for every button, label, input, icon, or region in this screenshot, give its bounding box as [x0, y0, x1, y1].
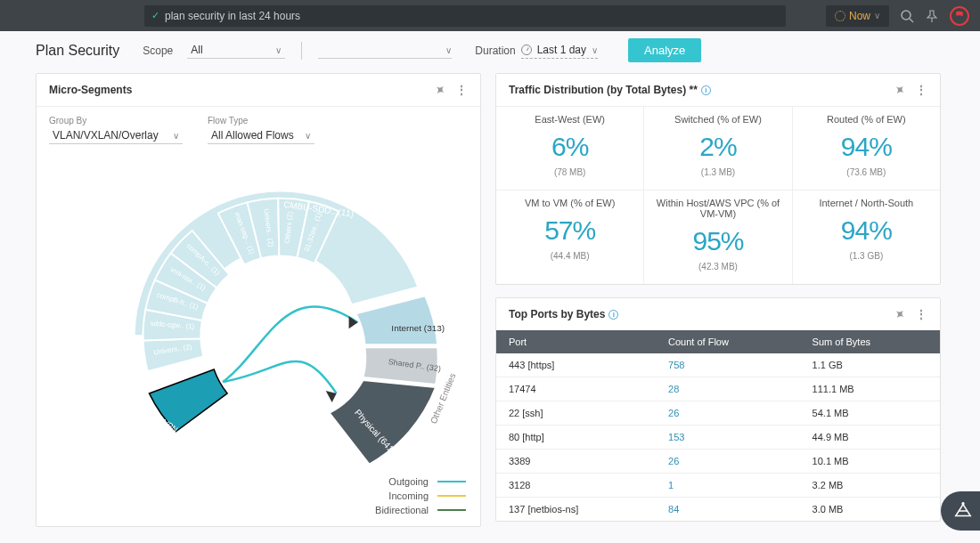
- bytes-cell: 3.0 MB: [800, 498, 940, 522]
- svg-line-1: [910, 19, 913, 22]
- group-by-label: Group By: [49, 116, 183, 126]
- port-cell: 80 [http]: [496, 425, 656, 450]
- flow-lines: [223, 306, 357, 393]
- count-cell[interactable]: 1: [656, 474, 800, 498]
- count-cell[interactable]: 26: [656, 450, 800, 474]
- pin-icon[interactable]: ✦: [891, 81, 908, 98]
- info-icon[interactable]: i: [608, 310, 618, 320]
- segment-arc[interactable]: [143, 338, 204, 371]
- flag-badge-icon[interactable]: [950, 6, 969, 26]
- table-header[interactable]: Count of Flow: [656, 330, 800, 353]
- legend-bidirectional: Bidirectional: [375, 505, 429, 515]
- pin-icon[interactable]: [925, 9, 939, 23]
- stat-value: 94%: [802, 132, 931, 162]
- table-header-row: PortCount of FlowSum of Bytes: [496, 330, 940, 353]
- table-row[interactable]: 443 [https] 758 1.1 GB: [496, 353, 940, 377]
- panel-header: Traffic Distribution (by Total Bytes) **…: [496, 74, 940, 107]
- table-row[interactable]: 22 [ssh] 26 54.1 MB: [496, 401, 940, 425]
- ports-table: PortCount of FlowSum of Bytes 443 [https…: [496, 330, 940, 521]
- port-cell: 17474: [496, 377, 656, 401]
- header-row: Plan Security Scope All ∨ ∨ Duration Las…: [0, 31, 980, 73]
- count-cell[interactable]: 26: [656, 401, 800, 425]
- count-cell[interactable]: 758: [656, 353, 800, 377]
- bytes-cell: 54.1 MB: [800, 401, 940, 425]
- clock-icon: [835, 11, 845, 21]
- pin-icon[interactable]: ✦: [431, 81, 448, 98]
- table-row[interactable]: 137 [netbios-ns] 84 3.0 MB: [496, 498, 940, 522]
- duration-label: Duration: [475, 45, 515, 57]
- flow-type-select[interactable]: All Allowed Flows ∨: [208, 127, 314, 144]
- stat-sub: (1.3 MB): [653, 167, 782, 177]
- analyze-button[interactable]: Analyze: [628, 38, 701, 62]
- stat-cell[interactable]: Switched (% of EW) 2% (1.3 MB): [644, 107, 791, 190]
- table-row[interactable]: 3128 1 3.2 MB: [496, 474, 940, 498]
- table-header[interactable]: Port: [496, 330, 656, 353]
- now-label: Now: [849, 10, 870, 22]
- count-cell[interactable]: 153: [656, 425, 800, 450]
- kebab-icon[interactable]: ⋮: [915, 307, 927, 321]
- duration-select[interactable]: Last 1 day ∨: [521, 42, 598, 59]
- count-cell[interactable]: 28: [656, 377, 800, 401]
- scope-select[interactable]: All ∨: [187, 42, 285, 59]
- stat-cell[interactable]: East-West (EW) 6% (78 MB): [496, 107, 643, 190]
- legend-incoming: Incoming: [388, 490, 429, 501]
- panel-header: Top Ports by Bytes i ✦ ⋮: [496, 298, 940, 330]
- stat-cell[interactable]: Routed (% of EW) 94% (73.6 MB): [793, 107, 940, 190]
- top-actions: [900, 6, 969, 26]
- content: Micro-Segments ✦ ⋮ Group By VLAN/VXLAN/O…: [0, 73, 980, 536]
- help-bubble[interactable]: [941, 491, 980, 531]
- kebab-icon[interactable]: ⋮: [455, 83, 468, 97]
- traffic-grid: East-West (EW) 6% (78 MB)Switched (% of …: [496, 107, 940, 284]
- stat-cell[interactable]: Internet / North-South 94% (1.3 GB): [793, 190, 940, 284]
- stat-cell[interactable]: VM to VM (% of EW) 57% (44.4 MB): [496, 190, 643, 284]
- duration-wrap: Duration Last 1 day ∨: [475, 42, 598, 59]
- scope-value: All: [191, 44, 202, 56]
- stat-sub: (78 MB): [505, 167, 634, 177]
- panel-actions: ✦ ⋮: [894, 307, 927, 321]
- chevron-down-icon: ∨: [275, 45, 282, 55]
- clock-icon: [521, 45, 532, 55]
- stat-value: 57%: [505, 215, 634, 246]
- stat-label: Switched (% of EW): [653, 114, 782, 125]
- kebab-icon[interactable]: ⋮: [915, 83, 927, 97]
- stat-label: VM to VM (% of EW): [505, 198, 634, 208]
- port-cell: 3389: [496, 450, 656, 474]
- entity-physical[interactable]: [330, 380, 437, 465]
- info-icon[interactable]: i: [701, 85, 711, 95]
- entity-label: Internet (313): [391, 323, 445, 333]
- page-title: Plan Security: [36, 43, 119, 59]
- stat-value: 6%: [505, 132, 634, 162]
- swatch-incoming: [437, 495, 466, 497]
- panel-header: Micro-Segments ✦ ⋮: [37, 74, 480, 107]
- search-input[interactable]: ✓ plan security in last 24 hours: [144, 5, 786, 27]
- flow-type-label: Flow Type: [208, 116, 314, 126]
- group-by-select[interactable]: VLAN/VXLAN/Overlay ∨: [49, 127, 183, 144]
- duration-value: Last 1 day: [537, 44, 586, 56]
- swatch-outgoing: [437, 481, 466, 482]
- table-row[interactable]: 3389 26 10.1 MB: [496, 450, 940, 474]
- micro-segments-chart[interactable]: CMBU-SDD.. (11) Internet (313) Shared P.…: [37, 158, 480, 495]
- secondary-select[interactable]: ∨: [318, 43, 452, 59]
- stat-value: 95%: [653, 226, 782, 256]
- stat-sub: (1.3 GB): [802, 251, 931, 261]
- count-cell[interactable]: 84: [656, 498, 800, 522]
- now-button[interactable]: Now ∨: [826, 5, 889, 27]
- panel-title: Top Ports by Bytes: [509, 308, 605, 320]
- bytes-cell: 10.1 MB: [800, 450, 940, 474]
- pin-icon[interactable]: ✦: [891, 305, 908, 322]
- table-row[interactable]: 17474 28 111.1 MB: [496, 377, 940, 401]
- stat-sub: (44.4 MB): [505, 251, 634, 261]
- table-row[interactable]: 80 [http] 153 44.9 MB: [496, 425, 940, 450]
- swatch-bidirectional: [437, 509, 466, 511]
- search-icon[interactable]: [900, 9, 914, 23]
- svg-point-0: [902, 11, 911, 20]
- arrow-icon: [349, 316, 358, 328]
- panel-title: Micro-Segments: [49, 84, 132, 96]
- stat-cell[interactable]: Within Host/AWS VPC (% of VM-VM) 95% (42…: [644, 190, 791, 284]
- flow-type-value: All Allowed Flows: [211, 129, 294, 142]
- entity-internet[interactable]: [356, 296, 438, 344]
- table-header[interactable]: Sum of Bytes: [800, 330, 940, 353]
- chevron-down-icon: ∨: [445, 45, 452, 55]
- traffic-distribution-panel: Traffic Distribution (by Total Bytes) **…: [495, 73, 941, 285]
- scope-label: Scope: [143, 45, 173, 57]
